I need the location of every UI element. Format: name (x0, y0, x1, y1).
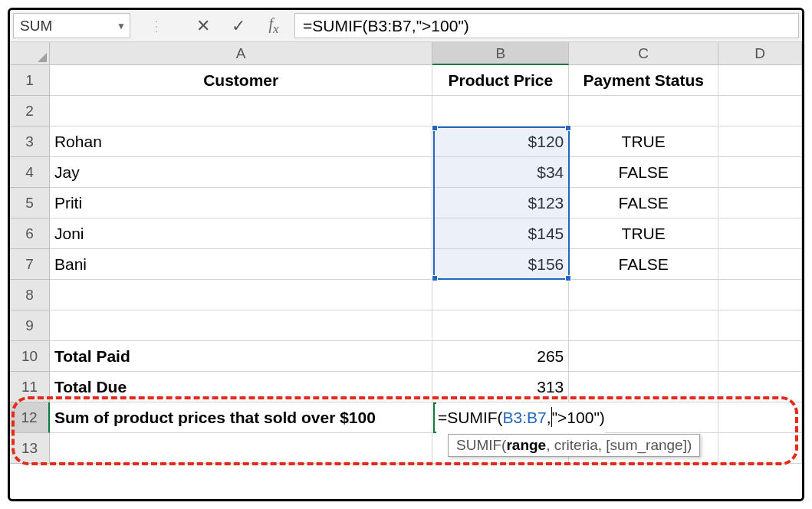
cell-editor[interactable]: =SUMIF(B3:B7,">100") (436, 402, 605, 433)
tooltip-rest: , criteria, [sum_range]) (546, 437, 692, 453)
row-header-9[interactable]: 9 (10, 310, 50, 341)
cell-D6[interactable] (718, 218, 802, 249)
function-tooltip: SUMIF(range, criteria, [sum_range]) (448, 434, 700, 457)
cell-A12[interactable]: Sum of product prices that sold over $10… (50, 402, 433, 433)
cell-C3[interactable]: TRUE (569, 126, 718, 157)
enter-icon[interactable]: ✓ (230, 16, 247, 36)
cell-A2[interactable] (50, 96, 433, 126)
cell-A5[interactable]: Priti (50, 188, 433, 218)
cell-A4[interactable]: Jay (50, 157, 433, 188)
col-header-C[interactable]: C (569, 42, 718, 65)
cell-C8[interactable] (569, 280, 718, 310)
cell-C2[interactable] (569, 96, 718, 126)
select-all-corner[interactable] (10, 42, 50, 65)
cell-A7[interactable]: Bani (50, 249, 433, 280)
tooltip-fn: SUMIF( (456, 437, 506, 453)
cell-B6[interactable]: $145 (432, 218, 569, 249)
formula-bar: SUM ▼ ⋮ ✕ ✓ fx =SUMIF(B3:B7,">100") (10, 10, 802, 42)
cell-A3[interactable]: Rohan (50, 126, 433, 157)
cell-A10[interactable]: Total Paid (50, 341, 433, 372)
cell-C1[interactable]: Payment Status (569, 65, 718, 96)
col-header-D[interactable]: D (718, 42, 802, 65)
cell-A8[interactable] (50, 280, 433, 310)
tooltip-arg1: range (506, 437, 546, 453)
cell-D2[interactable] (718, 96, 802, 126)
name-box-dropdown-icon[interactable]: ▼ (113, 21, 130, 31)
cell-D3[interactable] (718, 126, 802, 157)
fx-icon[interactable]: fx (265, 15, 282, 37)
cell-B3[interactable]: $120 (432, 126, 569, 157)
row-header-12[interactable]: 12 (10, 402, 50, 433)
cell-A9[interactable] (50, 310, 433, 341)
formula-input[interactable]: =SUMIF(B3:B7,">100") (294, 13, 799, 38)
cell-B11[interactable]: 313 (432, 372, 569, 402)
cell-A6[interactable]: Joni (50, 218, 433, 249)
cell-B10[interactable]: 265 (432, 341, 569, 372)
cell-D5[interactable] (718, 188, 802, 218)
name-box-value: SUM (14, 18, 113, 34)
row-header-8[interactable]: 8 (10, 280, 50, 310)
cell-A11[interactable]: Total Due (50, 372, 433, 402)
cell-D12[interactable] (718, 402, 802, 433)
row-header-5[interactable]: 5 (10, 188, 50, 218)
cell-C10[interactable] (569, 341, 718, 372)
cell-D7[interactable] (718, 249, 802, 280)
cell-B9[interactable] (432, 310, 569, 341)
cell-B2[interactable] (432, 96, 569, 126)
column-headers: A B C D (10, 42, 802, 65)
row-header-2[interactable]: 2 (10, 96, 50, 126)
cell-D9[interactable] (718, 310, 802, 341)
col-header-B[interactable]: B (432, 42, 569, 65)
col-header-A[interactable]: A (50, 42, 433, 65)
row-header-11[interactable]: 11 (10, 372, 50, 402)
grid-body: 1 Customer Product Price Payment Status … (10, 65, 802, 464)
cell-C11[interactable] (569, 372, 718, 402)
cell-B1[interactable]: Product Price (432, 65, 569, 96)
cell-D11[interactable] (718, 372, 802, 402)
cancel-icon[interactable]: ✕ (195, 16, 212, 36)
formula-prefix: =SUMIF( (438, 409, 503, 426)
cell-C4[interactable]: FALSE (569, 157, 718, 188)
cell-B8[interactable] (432, 280, 569, 310)
cell-C6[interactable]: TRUE (569, 218, 718, 249)
cell-D13[interactable] (718, 433, 802, 464)
cell-A13[interactable] (50, 433, 433, 464)
cell-C5[interactable]: FALSE (569, 188, 718, 218)
cell-B4[interactable]: $34 (432, 157, 569, 188)
cell-A1[interactable]: Customer (50, 65, 433, 96)
row-header-13[interactable]: 13 (10, 433, 50, 464)
formula-bar-buttons: ✕ ✓ fx (182, 10, 294, 41)
row-header-4[interactable]: 4 (10, 157, 50, 188)
row-header-7[interactable]: 7 (10, 249, 50, 280)
formula-input-text: =SUMIF(B3:B7,">100") (303, 17, 469, 35)
cell-C9[interactable] (569, 310, 718, 341)
cell-B5[interactable]: $123 (432, 188, 569, 218)
formula-range-ref: B3:B7 (503, 409, 547, 426)
row-header-1[interactable]: 1 (10, 65, 50, 96)
cell-D10[interactable] (718, 341, 802, 372)
cell-D8[interactable] (718, 280, 802, 310)
formula-suffix: ">100") (552, 409, 605, 426)
name-box[interactable]: SUM ▼ (13, 13, 130, 38)
cell-B7[interactable]: $156 (432, 249, 569, 280)
cell-C7[interactable]: FALSE (569, 249, 718, 280)
spreadsheet-grid[interactable]: A B C D 1 Customer Product Price Payment… (10, 42, 802, 499)
row-header-3[interactable]: 3 (10, 126, 50, 157)
excel-window: SUM ▼ ⋮ ✕ ✓ fx =SUMIF(B3:B7,">100") A B … (8, 8, 804, 501)
row-header-6[interactable]: 6 (10, 218, 50, 249)
cell-D1[interactable] (718, 65, 802, 96)
row-header-10[interactable]: 10 (10, 341, 50, 372)
formula-bar-separator: ⋮ (130, 10, 182, 41)
cell-D4[interactable] (718, 157, 802, 188)
